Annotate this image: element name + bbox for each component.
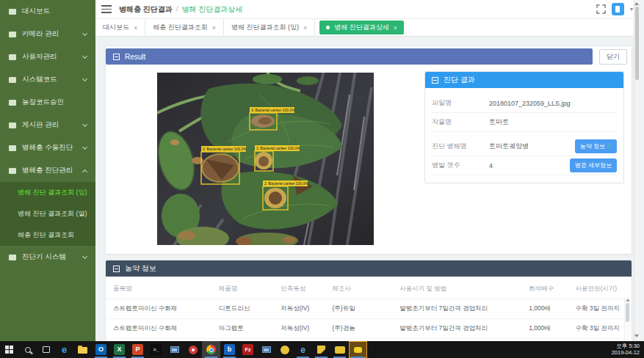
- scrollbar-thumb[interactable]: [626, 303, 629, 322]
- diagnosis-field-crop: 작물명 토마토: [432, 113, 617, 132]
- main-area: 병해충 진단결과 / 병해 진단결과상세 ▾ 대시보드 × 해충 진단결과: [95, 0, 639, 341]
- board-icon: [9, 123, 16, 128]
- close-button[interactable]: 닫기: [599, 49, 627, 65]
- sidebar-item-diagnosis-manage[interactable]: 병해충 진단관리: [0, 159, 95, 182]
- tab-dashboard[interactable]: 대시보드 ×: [95, 19, 145, 36]
- manual-diagnosis-icon: [9, 145, 16, 151]
- edge-icon[interactable]: e: [55, 341, 73, 358]
- submenu-item-pest-results[interactable]: 해충 진단 결과조회: [0, 224, 95, 246]
- character-icon[interactable]: [275, 341, 294, 358]
- table-cell: (주)경농: [328, 319, 396, 339]
- detection-label: 3: Bacterial canker 100.0%: [251, 108, 295, 112]
- powerpoint-icon: P: [132, 344, 143, 355]
- user-avatar[interactable]: [612, 3, 624, 15]
- farm-code-icon: [9, 100, 16, 106]
- sidebar-item-users[interactable]: 사용자관리: [0, 45, 95, 68]
- sidebar-item-farm-code[interactable]: 농장코드승인: [0, 91, 95, 114]
- kakaotalk-icon: [354, 347, 362, 353]
- sidebar-item-diagnoser-system[interactable]: 진단기 시스템: [0, 246, 95, 268]
- sidebar-item-manual-diagnosis[interactable]: 병해충 수동진단: [0, 136, 95, 159]
- diagnosis-field-disease: 진단 병해명 토마토궤양병 농약 정보 ✓: [432, 137, 617, 156]
- tab-close-icon[interactable]: ×: [394, 24, 397, 32]
- submenu-item-leaf-disease-results[interactable]: 병해 진단 결과조회 (잎): [0, 182, 95, 203]
- sidebar-item-dashboard[interactable]: 대시보드: [0, 0, 95, 23]
- table-cell: 1,000배: [524, 299, 571, 319]
- media-player-icon: [189, 346, 198, 354]
- scroll-up-icon[interactable]: [626, 299, 630, 302]
- fullscreen-icon[interactable]: [596, 4, 606, 14]
- detection-label: 0: Bacterial canker 100.0%: [203, 147, 247, 151]
- table-cell: 스트렙토마이신 수화제: [106, 299, 214, 319]
- field-value: 토마토: [489, 117, 617, 127]
- pesticide-panel-title: 농약 정보: [125, 263, 156, 274]
- powerpoint-icon[interactable]: P: [129, 341, 147, 358]
- tab-close-icon[interactable]: ×: [212, 24, 216, 32]
- scroll-up-icon[interactable]: [634, 2, 639, 5]
- table-scrollbar[interactable]: [624, 297, 630, 341]
- menu-toggle-icon[interactable]: [101, 5, 112, 12]
- panel-icon: [113, 54, 120, 60]
- start-icon[interactable]: [0, 341, 18, 358]
- devices-icon[interactable]: [165, 341, 184, 358]
- table-row: 스트렙토마이신 수화제디토드리신저독성(IV)(주)유일발병초기부터 7일간격 …: [106, 299, 624, 319]
- tab-bar: 대시보드 × 해충 진단결과조회 × 병해 진단결과조회 (잎) × 병해 진단…: [95, 19, 639, 37]
- media-player-icon[interactable]: [184, 341, 202, 358]
- table-cell: 발병초기부터 7일간격 경엽처리: [395, 299, 524, 319]
- table-cell: 1,000배: [524, 319, 571, 339]
- page-scrollbar[interactable]: [634, 0, 639, 341]
- symptom-detail-button[interactable]: 병증 세부정보: [570, 158, 617, 172]
- table-column-header: 사용안전(시기): [571, 280, 625, 299]
- breadcrumb: 병해충 진단결과 / 병해 진단결과상세: [119, 4, 242, 15]
- kakao-small-icon: [335, 346, 345, 354]
- diagnosis-photo: 3: Bacterial canker 100.0% 0: Bacterial …: [157, 73, 374, 245]
- sidebar-item-camera[interactable]: 카메라 관리: [0, 23, 95, 45]
- chrome-icon[interactable]: [202, 341, 220, 358]
- panel-icon: [113, 266, 120, 272]
- table-column-header: 사용시기 및 방법: [395, 280, 524, 299]
- remote-desktop-icon[interactable]: [257, 341, 275, 358]
- sticky-notes-icon[interactable]: [312, 341, 330, 358]
- taskbar-clock[interactable]: 오후 5:30 2019-04-12: [612, 341, 644, 358]
- terminal-icon[interactable]: >_: [147, 341, 165, 358]
- blue-app-icon[interactable]: b: [220, 341, 239, 358]
- tab-close-icon[interactable]: ×: [134, 24, 137, 32]
- app-window: 대시보드 카메라 관리 사용자관리 시스템코드 농장코드승인 게시판 관리: [0, 0, 644, 358]
- sidebar-item-label: 병해충 진단관리: [22, 166, 77, 175]
- filezilla-icon[interactable]: Fz: [239, 341, 257, 358]
- chevron-down-icon: [82, 76, 87, 81]
- chevron-down-icon: [82, 254, 87, 259]
- table-cell: 스트렙토마이신 수화제: [106, 319, 214, 339]
- tab-close-icon[interactable]: ×: [303, 24, 307, 32]
- outlook-icon[interactable]: O: [92, 341, 110, 358]
- tab-leaf-disease-results[interactable]: 병해 진단결과조회 (잎) ×: [224, 19, 315, 36]
- user-menu-caret-icon[interactable]: ▾: [630, 6, 633, 12]
- table-cell: 아그렙토: [214, 319, 276, 339]
- search-icon[interactable]: [18, 341, 37, 358]
- table-cell: 저독성(IV): [276, 299, 328, 319]
- diagnosis-panel-header: 진단 결과: [425, 72, 623, 88]
- pesticide-info-button[interactable]: 농약 정보 ✓: [575, 139, 617, 153]
- breadcrumb-section[interactable]: 병해충 진단결과: [119, 4, 173, 15]
- tab-pest-results[interactable]: 해충 진단결과조회 ×: [145, 19, 224, 36]
- excel-icon: X: [114, 344, 125, 355]
- sidebar-item-system-code[interactable]: 시스템코드: [0, 68, 95, 91]
- kakao-small-icon[interactable]: [330, 341, 349, 358]
- submenu-item-fruit-disease-results[interactable]: 병해 진단 결과조회 (열): [0, 203, 95, 224]
- file-explorer-icon[interactable]: [73, 341, 92, 358]
- kakaotalk-icon[interactable]: [349, 341, 367, 358]
- task-view-icon[interactable]: [37, 341, 55, 358]
- ie-icon[interactable]: e: [294, 341, 312, 358]
- scroll-down-icon[interactable]: [634, 335, 639, 337]
- sidebar-submenu: 병해 진단 결과조회 (잎) 병해 진단 결과조회 (열) 해충 진단 결과조회: [0, 182, 95, 246]
- active-tab-dot-icon: [326, 26, 330, 29]
- table-cell: 수확 3일 전까지: [571, 299, 625, 319]
- table-column-header: 제조사: [328, 280, 396, 299]
- table-header-row: 품목명제품명인축독성제조사사용시기 및 방법희석배수사용안전(시기): [106, 280, 624, 299]
- tab-diagnosis-detail[interactable]: 병해 진단결과상세 ×: [319, 21, 404, 34]
- outlook-icon: O: [95, 344, 106, 355]
- excel-icon[interactable]: X: [110, 341, 129, 358]
- windows-taskbar: eOXP>_bFze 오후 5:30 2019-04-12: [0, 341, 644, 358]
- sidebar-item-board[interactable]: 게시판 관리: [0, 114, 95, 136]
- table-cell: 발병초기부터 7일간격 경엽처리: [395, 319, 524, 339]
- scrollbar-thumb[interactable]: [635, 7, 639, 80]
